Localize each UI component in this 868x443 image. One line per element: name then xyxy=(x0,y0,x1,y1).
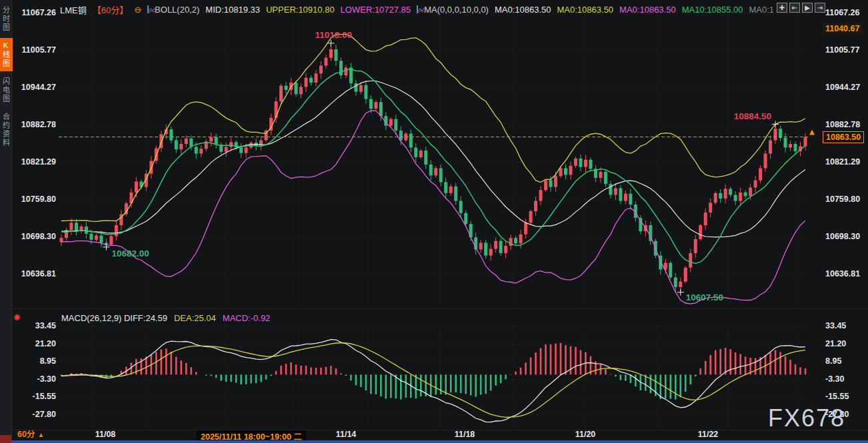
symbol-label: LME铜 xyxy=(60,4,87,15)
price-axis-label: 10944.27 xyxy=(13,83,56,92)
time-tick-label: 11/22 xyxy=(685,430,731,439)
macd-axis-label: -15.55 xyxy=(13,392,56,401)
macd-axis-label: -27.80 xyxy=(13,410,56,419)
time-tick-label: 11/20 xyxy=(562,430,609,439)
svg-text:10607.50: 10607.50 xyxy=(686,292,723,302)
price-axis-label: 10882.78 xyxy=(13,120,56,129)
candlestick-chart[interactable]: 10682.0011018.0010607.5010884.50 xyxy=(0,0,868,443)
price-axis-label: 11005.77 xyxy=(13,45,56,55)
boll-mid-value: MID:10819.33 xyxy=(205,5,260,15)
price-axis-label: 10759.80 xyxy=(13,195,56,204)
period-label: 【60分】 xyxy=(93,4,128,15)
macd-macd-value: MACD:-0.92 xyxy=(223,313,271,323)
trading-app-window: 分时图 K线图 闪电图 合约资料 10682.0011018.0010607.5… xyxy=(0,0,868,443)
corner-marker xyxy=(0,435,11,443)
upper-price-badge: 11040.67 xyxy=(823,23,862,34)
price-axis-label: 10636.81 xyxy=(825,269,868,278)
ma-name-label: MA(0,0,0,10,0,0) xyxy=(424,5,489,15)
price-axis-label: 10882.78 xyxy=(825,120,868,129)
bottom-scrollbar[interactable] xyxy=(0,440,868,443)
indicator-header: LME铜 【60分】 ⊖ BOLL(20,2) MID:10819.33 UPP… xyxy=(60,4,773,15)
macd-axis-label: 33.45 xyxy=(13,321,56,330)
price-axis-label: 10698.30 xyxy=(825,232,868,241)
time-axis-divider xyxy=(13,430,868,430)
price-axis-label: 11005.77 xyxy=(825,45,868,55)
macd-axis-label: -15.55 xyxy=(825,392,868,401)
time-tick-label: 11/14 xyxy=(323,430,369,439)
ma10-value: MA10:10855.00 xyxy=(682,5,743,15)
ma-indicator-chart-icon xyxy=(417,5,418,13)
panel-divider xyxy=(13,308,868,309)
macd-axis-label: 21.20 xyxy=(13,339,56,348)
boll-indicator-chart-icon xyxy=(147,5,149,13)
period-dropdown-arrow-icon: ▲ xyxy=(37,431,44,438)
collapse-icon[interactable]: ⊖ xyxy=(134,5,141,14)
watermark: FX678 xyxy=(768,404,845,432)
scale-left-icon[interactable]: ⇤ xyxy=(789,3,800,13)
macd-dea-value: DEA:25.04 xyxy=(174,313,216,323)
boll-lower-value: LOWER:10727.85 xyxy=(341,5,411,15)
price-axis-label: 10821.29 xyxy=(13,157,56,167)
ma0-value-3: MA0:10863.50 xyxy=(619,5,676,15)
macd-axis-label: -3.30 xyxy=(13,374,56,384)
move-icon[interactable]: ✚ xyxy=(777,3,787,13)
macd-name-diff-value: MACD(26,12,9) DIFF:24.59 xyxy=(61,313,167,323)
svg-text:11018.00: 11018.00 xyxy=(315,30,352,40)
ma0-value-truncated: MA0:108 xyxy=(749,5,773,15)
price-axis-label: 11067.26 xyxy=(825,8,868,17)
macd-axis-label: -3.30 xyxy=(825,374,868,384)
macd-axis-label: 8.95 xyxy=(13,356,56,366)
price-axis-label: 10821.29 xyxy=(825,157,868,167)
time-tick-label: 11/08 xyxy=(82,430,129,439)
macd-header: MACD(26,12,9) DIFF:24.59 DEA:25.04 MACD:… xyxy=(61,313,270,323)
last-price-badge: 10863.50 xyxy=(823,131,864,143)
macd-axis-label: 8.95 xyxy=(825,356,868,366)
price-axis-label: 10698.30 xyxy=(13,232,56,241)
price-axis-label: 11067.26 xyxy=(13,8,56,17)
time-tick-label: 11/18 xyxy=(441,430,488,439)
price-axis-label: 10636.81 xyxy=(13,269,56,278)
scale-right-icon[interactable]: ▶ xyxy=(802,3,813,13)
time-axis: 60分▲ 11/0811/1411/1811/2011/22 2025/11/1… xyxy=(0,430,868,440)
price-axis-label: 10944.27 xyxy=(825,83,868,92)
boll-name-label: BOLL(20,2) xyxy=(155,5,199,15)
price-axis-label: 10759.80 xyxy=(825,195,868,204)
macd-axis-label: 33.45 xyxy=(825,321,868,330)
macd-axis-label: 21.20 xyxy=(825,339,868,348)
svg-text:10884.50: 10884.50 xyxy=(734,111,771,121)
goto-latest-icon[interactable]: ⇥ xyxy=(815,3,825,13)
ma0-value-1: MA0:10863.50 xyxy=(495,5,551,15)
period-selector[interactable]: 60分▲ xyxy=(17,427,44,440)
ma0-value-2: MA0:10863.50 xyxy=(557,5,614,15)
macd-settings-icon[interactable]: ✺ xyxy=(13,312,21,322)
svg-text:10682.00: 10682.00 xyxy=(111,248,149,258)
boll-upper-value: UPPER:10910.80 xyxy=(266,5,335,15)
chart-toolbar: ✚ ⇤ ▶ ⇥ xyxy=(777,3,825,13)
